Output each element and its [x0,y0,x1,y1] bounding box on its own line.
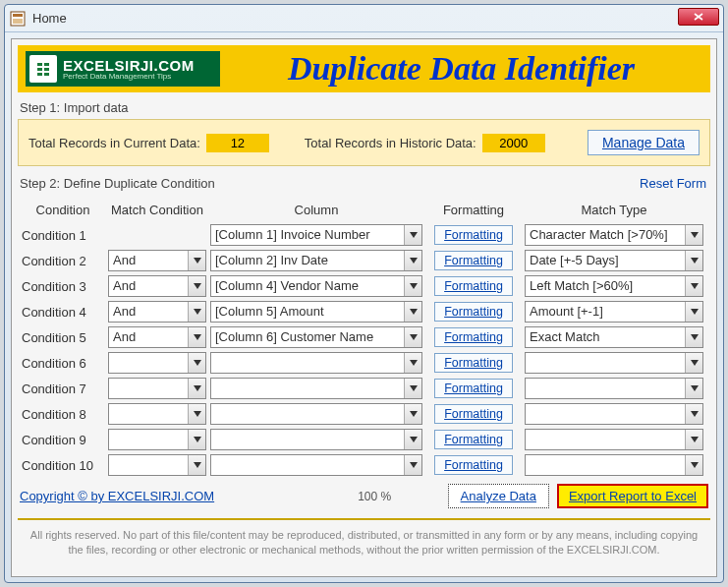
match-type-combo[interactable] [525,454,703,476]
condition-row: Condition 3And[Column 4] Vendor NameForm… [18,273,710,299]
column-value [211,353,404,373]
column-combo[interactable]: [Column 2] Inv Date [210,250,422,271]
chevron-down-icon[interactable] [404,404,421,424]
column-combo[interactable] [210,454,422,476]
window-frame: Home EXCELSIRJI.COM Perfect Data Managem… [4,4,724,583]
condition-label: Condition 4 [20,305,104,320]
chevron-down-icon[interactable] [685,430,702,449]
chevron-down-icon[interactable] [404,455,421,475]
export-report-button[interactable]: Export Report to Excel [557,484,708,508]
formatting-button[interactable]: Formatting [434,276,513,296]
formatting-button[interactable]: Formatting [434,353,513,373]
chevron-down-icon[interactable] [188,455,205,475]
chevron-down-icon[interactable] [685,404,702,424]
condition-row: Condition 10Formatting [18,452,710,478]
formatting-button[interactable]: Formatting [434,379,513,398]
condition-label: Condition 9 [20,433,104,447]
titlebar[interactable]: Home [5,5,723,32]
current-records-value: 12 [206,134,269,152]
chevron-down-icon[interactable] [404,276,421,296]
match-condition-combo[interactable]: And [108,301,206,323]
match-type-combo[interactable]: Character Match [>70%] [525,224,703,246]
match-type-value [526,353,685,373]
chevron-down-icon[interactable] [404,430,421,449]
chevron-down-icon[interactable] [188,276,205,296]
formatting-button[interactable]: Formatting [434,225,513,245]
match-type-combo[interactable]: Amount [+-1] [525,301,703,323]
bottom-row: Copyright © by EXCELSIRJI.COM 100 % Anal… [18,478,710,514]
svg-rect-7 [44,68,49,71]
formatting-button[interactable]: Formatting [434,327,513,347]
analyze-data-button[interactable]: Analyze Data [448,484,549,508]
formatting-button[interactable]: Formatting [434,455,513,475]
match-condition-value [109,353,188,373]
chevron-down-icon[interactable] [188,251,205,270]
match-type-combo[interactable] [525,429,703,450]
match-type-combo[interactable] [525,378,703,399]
chevron-down-icon[interactable] [404,327,421,347]
match-type-combo[interactable]: Exact Match [525,326,703,348]
chevron-down-icon[interactable] [188,327,205,347]
page-title: Duplicate Data Identifier [220,50,702,88]
condition-label: Condition 2 [20,254,104,268]
chevron-down-icon[interactable] [404,225,421,245]
column-combo[interactable] [210,378,422,399]
column-value [211,404,404,424]
reset-form-link[interactable]: Reset Form [640,176,710,191]
chevron-down-icon[interactable] [404,251,421,270]
column-combo[interactable] [210,352,422,374]
match-type-combo[interactable]: Date [+-5 Days] [525,250,703,271]
formatting-button[interactable]: Formatting [434,302,513,322]
chevron-down-icon[interactable] [685,455,702,475]
chevron-down-icon[interactable] [685,327,702,347]
condition-row: Condition 8Formatting [18,401,710,427]
match-condition-combo[interactable] [108,352,206,374]
condition-row: Condition 5And[Column 6] Customer NameFo… [18,324,710,350]
match-type-combo[interactable] [525,352,703,374]
formatting-button[interactable]: Formatting [434,430,513,449]
chevron-down-icon[interactable] [685,379,702,398]
chevron-down-icon[interactable] [188,379,205,398]
column-combo[interactable] [210,403,422,425]
match-condition-combo[interactable] [108,454,206,476]
match-condition-combo[interactable]: And [108,275,206,297]
match-condition-value: And [109,276,188,296]
manage-data-button[interactable]: Manage Data [588,130,700,155]
header-band: EXCELSIRJI.COM Perfect Data Management T… [18,45,710,92]
chevron-down-icon[interactable] [404,302,421,322]
column-combo[interactable]: [Column 1] Invoice Number [210,224,422,246]
chevron-down-icon[interactable] [188,353,205,373]
chevron-down-icon[interactable] [685,225,702,245]
chevron-down-icon[interactable] [685,353,702,373]
match-condition-combo[interactable] [108,403,206,425]
column-combo[interactable]: [Column 4] Vendor Name [210,275,422,297]
chevron-down-icon[interactable] [685,276,702,296]
match-type-combo[interactable]: Left Match [>60%] [525,275,703,297]
formatting-button[interactable]: Formatting [434,404,513,424]
step1-label: Step 1: Import data [18,96,710,119]
match-condition-combo[interactable] [108,429,206,450]
chevron-down-icon[interactable] [188,404,205,424]
column-combo[interactable] [210,429,422,450]
chevron-down-icon[interactable] [404,379,421,398]
formatting-button[interactable]: Formatting [434,251,513,270]
window-title: Home [32,11,67,26]
svg-rect-6 [37,68,42,71]
match-condition-combo[interactable]: And [108,250,206,271]
chevron-down-icon[interactable] [404,353,421,373]
match-type-value: Amount [+-1] [526,302,685,322]
chevron-down-icon[interactable] [188,302,205,322]
chevron-down-icon[interactable] [685,302,702,322]
condition-row: Condition 1[Column 1] Invoice NumberForm… [18,222,710,248]
match-type-combo[interactable] [525,403,703,425]
match-condition-combo[interactable] [108,378,206,399]
column-combo[interactable]: [Column 6] Customer Name [210,326,422,348]
chevron-down-icon[interactable] [188,430,205,449]
copyright-link[interactable]: Copyright © by EXCELSIRJI.COM [20,489,214,503]
match-type-value [526,404,685,424]
step1-panel: Total Records in Current Data: 12 Total … [18,119,710,166]
close-button[interactable] [678,8,719,26]
column-combo[interactable]: [Column 5] Amount [210,301,422,323]
chevron-down-icon[interactable] [685,251,702,270]
match-condition-combo[interactable]: And [108,326,206,348]
